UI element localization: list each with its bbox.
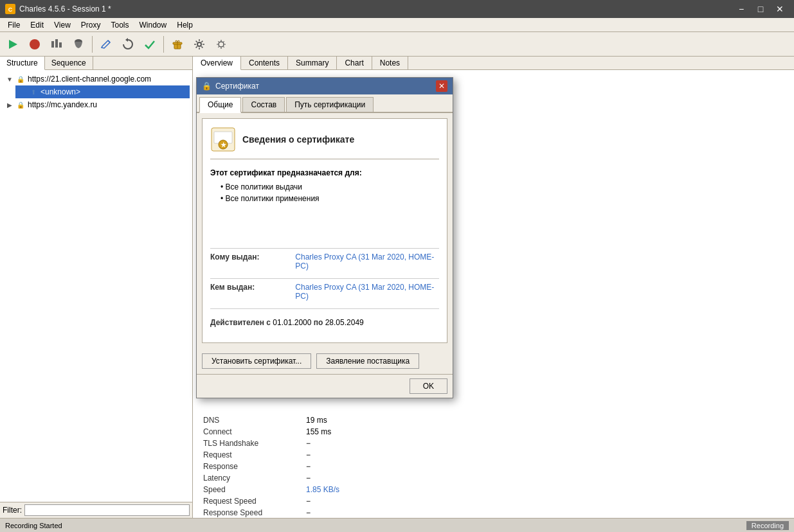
refresh-button[interactable] <box>118 34 138 55</box>
modal-title-text: Сертификат <box>215 82 259 91</box>
expander-google[interactable]: ▼ <box>5 75 14 84</box>
cert-valid-from: 01.01.2000 <box>273 318 313 327</box>
cert-header: ★ Сведения о сертификате <box>210 127 439 159</box>
stat-dns-value: 19 ms <box>306 416 327 425</box>
svg-text:★: ★ <box>221 141 227 148</box>
tab-sequence[interactable]: Sequence <box>45 57 93 69</box>
svg-point-12 <box>197 42 201 46</box>
stat-request-value: − <box>306 450 311 459</box>
cert-title-text: Сведения о сертификате <box>242 134 354 145</box>
svg-marker-8 <box>125 38 128 42</box>
stats-table: DNS 19 ms Connect 155 ms TLS Handshake −… <box>203 414 784 518</box>
app-icon: C <box>5 4 15 14</box>
install-cert-button[interactable]: Установить сертификат... <box>202 353 311 369</box>
tree-item-unknown[interactable]: ⬆ <unknown> <box>15 85 190 98</box>
tab-contents[interactable]: Contents <box>241 57 288 69</box>
lock-icon: 🔒 <box>15 74 26 84</box>
menu-bar: File Edit View Proxy Tools Window Help <box>0 18 794 32</box>
filter-bar: Filter: <box>0 502 192 518</box>
expander-unknown <box>18 87 27 96</box>
sidebar-tabs: Structure Sequence <box>0 57 192 70</box>
toolbar <box>0 32 794 57</box>
new-session-button[interactable] <box>3 34 23 55</box>
right-tabs: Overview Contents Summary Chart Notes <box>193 57 794 70</box>
modal-title: 🔒 Сертификат <box>202 82 259 91</box>
modal-close-button[interactable]: ✕ <box>436 80 447 92</box>
stat-req-speed-label: Request Speed <box>203 497 306 506</box>
close-button[interactable]: ✕ <box>771 2 789 16</box>
up-arrow-icon: ⬆ <box>28 87 39 97</box>
modal-tab-general[interactable]: Общие <box>199 97 241 113</box>
cert-issued-by-row: Кем выдан: Charles Proxy CA (31 Mar 2020… <box>210 283 439 301</box>
stat-speed: Speed 1.85 KB/s <box>203 484 784 495</box>
settings-button[interactable] <box>189 34 210 55</box>
stat-tls-label: TLS Handshake <box>203 439 306 448</box>
filter-label: Filter: <box>3 506 22 515</box>
modal-bottom: OK <box>197 374 453 398</box>
stat-resp-speed-label: Response Speed <box>203 508 306 517</box>
compose-button[interactable] <box>96 34 116 55</box>
cert-divider-1 <box>210 248 439 249</box>
menu-window[interactable]: Window <box>134 19 172 31</box>
cert-issued-by-label: Кем выдан: <box>210 283 295 301</box>
tree-label-yandex: https://mc.yandex.ru <box>28 100 97 109</box>
menu-help[interactable]: Help <box>172 19 198 31</box>
tools-button[interactable] <box>167 34 188 55</box>
tab-notes[interactable]: Notes <box>372 57 408 69</box>
cert-valid-to: 28.05.2049 <box>325 318 364 327</box>
menu-view[interactable]: View <box>49 19 76 31</box>
menu-file[interactable]: File <box>3 19 25 31</box>
ok-button[interactable]: OK <box>410 378 447 394</box>
cert-bullet-1: Все политики выдачи <box>221 182 439 191</box>
statement-button[interactable]: Заявление поставщика <box>316 353 419 369</box>
stat-connect-value: 155 ms <box>306 427 331 436</box>
cert-divider-3 <box>210 308 439 309</box>
validate-button[interactable] <box>140 34 160 55</box>
menu-edit[interactable]: Edit <box>25 19 49 31</box>
certificate-dialog: 🔒 Сертификат ✕ Общие Состав Путь сертифи… <box>196 77 453 398</box>
stat-response-label: Response <box>203 462 306 471</box>
stat-latency-value: − <box>306 474 311 483</box>
toolbar-sep-2 <box>163 36 164 53</box>
record-button[interactable] <box>24 34 45 55</box>
tab-chart[interactable]: Chart <box>337 57 372 69</box>
tab-structure[interactable]: Structure <box>0 57 45 70</box>
cert-validity-row: Действителен с 01.01.2000 по 28.05.2049 <box>210 313 439 327</box>
minimize-button[interactable]: − <box>732 2 750 16</box>
menu-proxy[interactable]: Proxy <box>76 19 106 31</box>
sidebar-content: ▼ 🔒 https://21.client-channel.google.com… <box>0 70 192 502</box>
modal-content: ★ Сведения о сертификате Этот сертификат… <box>202 118 447 343</box>
modal-tab-details[interactable]: Состав <box>242 97 285 112</box>
stat-speed-label: Speed <box>203 485 306 494</box>
maximize-button[interactable]: □ <box>752 2 770 16</box>
stat-tls: TLS Handshake − <box>203 438 784 449</box>
tree-item-google[interactable]: ▼ 🔒 https://21.client-channel.google.com <box>3 73 190 85</box>
toolbar-sep-1 <box>92 36 93 53</box>
stat-response-value: − <box>306 462 311 471</box>
tree-children-google: ⬆ <unknown> <box>15 85 190 98</box>
expander-yandex[interactable]: ▶ <box>5 100 14 109</box>
stat-connect-label: Connect <box>203 427 306 436</box>
stat-latency: Latency − <box>203 472 784 484</box>
cert-issued-to-row: Кому выдан: Charles Proxy CA (31 Mar 202… <box>210 253 439 270</box>
stats-section: DNS 19 ms Connect 155 ms TLS Handshake −… <box>203 414 784 518</box>
filter-input[interactable] <box>24 504 190 516</box>
title-bar-left: C Charles 4.5.6 - Session 1 * <box>5 4 111 14</box>
gear2-button[interactable] <box>211 34 231 55</box>
menu-tools[interactable]: Tools <box>106 19 134 31</box>
throttle-button[interactable] <box>46 34 67 55</box>
stat-dns-label: DNS <box>203 416 306 425</box>
cert-purpose: Этот сертификат предназначается для: <box>210 168 439 177</box>
stat-speed-value: 1.85 KB/s <box>306 485 339 494</box>
cert-issued-by-value: Charles Proxy CA (31 Mar 2020, HOME-PC) <box>295 283 439 301</box>
title-bar: C Charles 4.5.6 - Session 1 * − □ ✕ <box>0 0 794 18</box>
status-right: Recording <box>746 521 789 530</box>
tab-summary[interactable]: Summary <box>288 57 337 69</box>
tab-overview[interactable]: Overview <box>193 57 241 70</box>
svg-rect-4 <box>51 41 54 48</box>
clear-button[interactable] <box>68 34 89 55</box>
status-left: Recording Started <box>5 522 62 529</box>
modal-tab-path[interactable]: Путь сертификации <box>286 97 374 112</box>
stat-req-speed: Request Speed − <box>203 495 784 507</box>
tree-item-yandex[interactable]: ▶ 🔒 https://mc.yandex.ru <box>3 98 190 111</box>
